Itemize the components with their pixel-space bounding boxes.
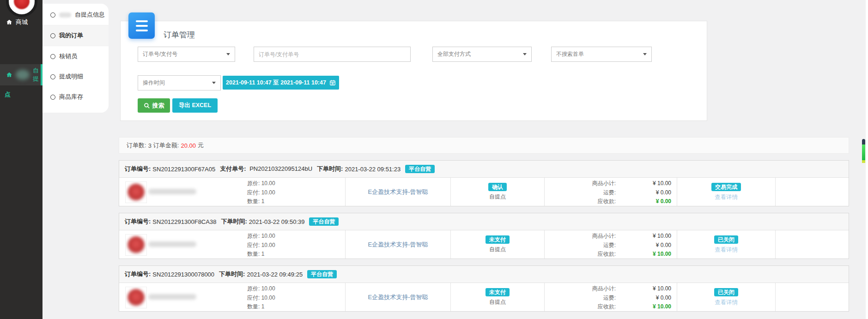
payable-value: 10.00 xyxy=(261,242,275,248)
pay-method-select[interactable]: 全部支付方式 xyxy=(432,47,532,62)
sidebar-item-mall[interactable]: 商城 xyxy=(0,15,42,29)
scrollbar-yellow-segment xyxy=(862,160,865,163)
order-card-body: 原价: 10.00 应付: 10.00 数量: 1 E企盈技术支持-曾智聪 未支… xyxy=(119,230,849,259)
menu-item[interactable]: 我的订单 xyxy=(42,25,109,46)
product-cell: 原价: 10.00 应付: 10.00 数量: 1 xyxy=(119,283,346,311)
menu-toggle-button[interactable] xyxy=(128,12,155,39)
sidebar-item-label-wrapped: 点 xyxy=(5,90,11,99)
quantity-value: 1 xyxy=(261,303,265,310)
order-amount-unit: 元 xyxy=(198,141,204,150)
freight-label: 运费: xyxy=(546,188,616,198)
radio-circle-icon xyxy=(50,74,55,79)
order-time-value: 2021-03-22 09:51:23 xyxy=(345,166,401,173)
scrollbar-thumb[interactable] xyxy=(862,139,865,163)
freight-label: 运费: xyxy=(546,241,616,250)
order-card: 订单编号: SN2012291300078000 下单时间: 2021-03-2… xyxy=(119,265,849,312)
sidebar-item-label: 自提 xyxy=(33,66,41,83)
totals-cell: 商品小计:¥ 10.00 运费:¥ 0.00 应收款:¥ 10.00 xyxy=(545,283,677,311)
order-number-input[interactable] xyxy=(254,47,411,62)
view-detail-link[interactable]: 查看详情 xyxy=(715,246,738,254)
empty-cell xyxy=(776,178,849,206)
menu-item-label: 自提点信息 xyxy=(75,11,105,19)
order-time-label: 下单时间: xyxy=(221,217,247,226)
order-no-label: 订单编号: xyxy=(125,270,151,278)
empty-cell xyxy=(776,230,849,259)
orig-price-label: 原价: xyxy=(247,285,260,292)
order-list: 订单编号: SN2012291300F67A05 支付单号: PN2021032… xyxy=(119,160,849,318)
quantity-label: 数量: xyxy=(247,198,260,205)
subtotal-label: 商品小计: xyxy=(546,284,616,294)
menu-item-label: 核销员 xyxy=(59,52,77,60)
order-card: 订单编号: SN2012291300F8CA38 下单时间: 2021-03-2… xyxy=(119,213,849,259)
home-icon xyxy=(6,72,12,78)
order-no-label: 订单编号: xyxy=(125,165,151,173)
order-count-label: 订单数: xyxy=(127,141,146,150)
receivable-value: ¥ 10.00 xyxy=(616,250,677,259)
order-state-badge: 已关闭 xyxy=(714,288,738,296)
search-button[interactable]: 搜索 xyxy=(138,98,170,113)
hamburger-icon xyxy=(136,20,148,22)
receivable-label: 应收款: xyxy=(546,302,616,312)
sidebar-item-pickup-point[interactable]: 自提 xyxy=(0,64,42,85)
platform-badge: 平台自营 xyxy=(309,217,339,226)
status-cell: 未支付 自提点 xyxy=(451,230,545,259)
first-order-select[interactable]: 不搜索首单 xyxy=(551,47,652,62)
product-thumbnail xyxy=(125,287,147,308)
menu-item-label: 商品库存 xyxy=(59,93,83,101)
menu-item-label: 我的订单 xyxy=(59,31,83,40)
caret-down-icon xyxy=(212,82,216,84)
orig-price-value: 10.00 xyxy=(261,180,275,187)
receivable-value: ¥ 0.00 xyxy=(616,197,677,206)
date-range-value: 2021-09-11 10:47 至 2021-09-11 10:47 xyxy=(226,79,326,87)
order-no-value: SN2012291300F8CA38 xyxy=(152,218,216,225)
subtotal-label: 商品小计: xyxy=(546,232,616,241)
order-card-header: 订单编号: SN2012291300F67A05 支付单号: PN2021032… xyxy=(119,161,849,178)
search-icon xyxy=(144,102,150,109)
freight-value: ¥ 0.00 xyxy=(616,188,677,198)
calendar-icon xyxy=(329,79,336,86)
scrollbar-cap xyxy=(862,139,865,144)
scrollbar-track xyxy=(866,0,868,319)
payable-label: 应付: xyxy=(247,242,260,248)
order-card: 订单编号: SN2012291300F67A05 支付单号: PN2021032… xyxy=(119,160,849,206)
export-excel-button[interactable]: 导出 EXCEL xyxy=(172,98,218,113)
welfare-lottery-logo xyxy=(6,0,37,17)
view-detail-link[interactable]: 查看详情 xyxy=(715,299,738,307)
radio-circle-icon xyxy=(50,33,55,38)
blurred-product-name xyxy=(148,189,196,194)
blurred-product-name xyxy=(148,294,196,300)
time-type-select[interactable]: 操作时间 xyxy=(138,75,221,90)
result-cell: 交易完成 查看详情 xyxy=(677,178,776,206)
status-cell: 确认 自提点 xyxy=(451,178,545,206)
menu-item[interactable]: 提成明细 xyxy=(42,66,109,87)
date-range-button[interactable]: 2021-09-11 10:47 至 2021-09-11 10:47 xyxy=(223,76,339,90)
select-value: 全部支付方式 xyxy=(437,50,471,58)
order-amount-value: 20.00 xyxy=(181,142,196,149)
contact-name: E企盈技术支持-曾智聪 xyxy=(368,293,428,301)
select-value: 订单号/支付号 xyxy=(143,50,177,58)
order-state-badge: 已关闭 xyxy=(714,235,738,244)
order-field-select[interactable]: 订单号/支付号 xyxy=(138,47,235,62)
orig-price-value: 10.00 xyxy=(261,233,275,239)
caret-down-icon xyxy=(643,53,647,55)
quantity-label: 数量: xyxy=(247,303,260,310)
platform-badge: 平台自营 xyxy=(405,165,435,173)
menu-item[interactable]: 核销员 xyxy=(42,46,109,66)
radio-circle-icon xyxy=(50,12,55,18)
receivable-label: 应收款: xyxy=(546,197,616,206)
radio-circle-icon xyxy=(50,54,55,59)
menu-item[interactable]: 自提点信息 xyxy=(42,5,109,25)
order-management-screen: 商城 自提 点 自提点信息 我的订单 核销员 提成明细 商品库 xyxy=(0,0,868,319)
filter-panel: 订单管理 订单号/支付号 全部支付方式 不搜索首单 操作时间 2021-09-1… xyxy=(120,21,707,121)
orig-price-label: 原价: xyxy=(247,233,260,239)
order-card-header: 订单编号: SN2012291300F8CA38 下单时间: 2021-03-2… xyxy=(119,213,849,230)
menu-item[interactable]: 商品库存 xyxy=(42,87,109,107)
order-time-value: 2021-03-22 09:50:39 xyxy=(249,218,305,225)
product-cell: 原价: 10.00 应付: 10.00 数量: 1 xyxy=(119,178,346,206)
subtotal-label: 商品小计: xyxy=(546,179,616,188)
home-icon xyxy=(6,19,12,25)
pay-status-badge: 未支付 xyxy=(486,288,510,296)
order-card-header: 订单编号: SN2012291300078000 下单时间: 2021-03-2… xyxy=(119,266,849,283)
view-detail-link[interactable]: 查看详情 xyxy=(715,193,738,201)
status-cell: 未支付 自提点 xyxy=(451,283,545,311)
